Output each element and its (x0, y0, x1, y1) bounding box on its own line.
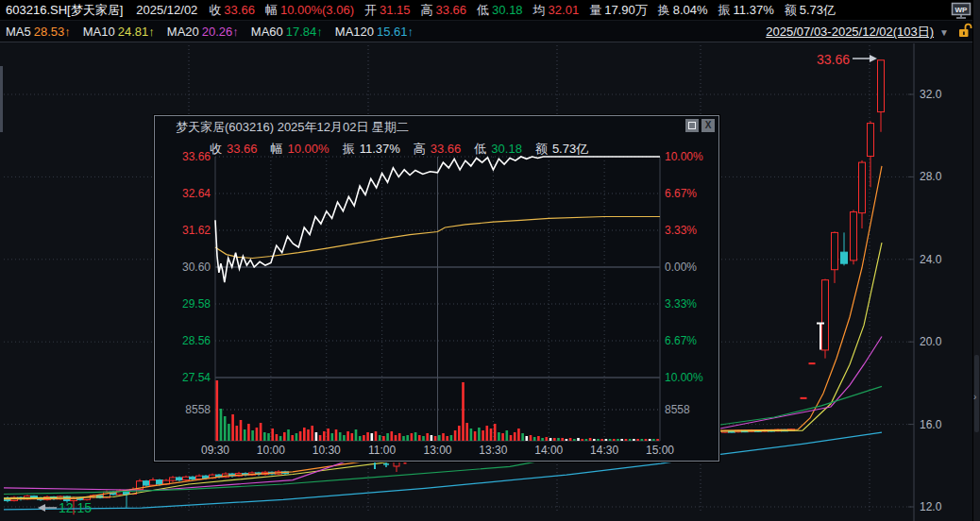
quote-stat-label: 开 (364, 3, 377, 17)
quote-stat-value: 5.73亿 (800, 3, 836, 17)
popup-stat: 低30.18 (474, 141, 522, 158)
intraday-chart[interactable]: 33.6632.6431.6230.6029.5828.5627.5485581… (155, 116, 718, 461)
popup-titlebar[interactable]: 梦天家居(603216) 2025年12月02日 星期二 X (155, 116, 718, 136)
ma-value: 17.84↑ (286, 25, 323, 39)
quote-stat-value: 32.01 (549, 3, 580, 17)
intraday-right-axis: 10.00%6.67%3.33%0.00%3.33%6.67%10.00%855… (665, 150, 703, 416)
svg-text:28.0: 28.0 (920, 170, 942, 183)
ma-label: MA10 (83, 25, 115, 39)
popup-stat: 额5.73亿 (535, 141, 588, 158)
popup-stat-label: 低 (474, 142, 486, 156)
svg-text:6.67%: 6.67% (665, 334, 697, 347)
svg-text:31.62: 31.62 (182, 224, 211, 237)
popup-stat-label: 收 (210, 142, 222, 156)
svg-text:12.0: 12.0 (920, 500, 942, 513)
stock-code-name: 603216.SH[梦天家居] (6, 2, 123, 19)
quote-stat-label: 振 (718, 3, 731, 17)
svg-text:10:00: 10:00 (257, 444, 285, 457)
svg-text:6.67%: 6.67% (665, 187, 697, 200)
svg-text:09:30: 09:30 (201, 444, 229, 457)
popup-stat-value: 10.00% (288, 142, 329, 156)
chevron-down-icon[interactable]: ▼ (939, 27, 949, 38)
svg-text:33.66: 33.66 (817, 52, 850, 67)
quote-stat: 换8.04% (658, 2, 708, 19)
popup-stat-value: 33.66 (227, 142, 258, 156)
quote-stat-value: 33.66 (224, 3, 255, 17)
svg-text:13:00: 13:00 (423, 444, 451, 457)
intraday-left-axis: 33.6632.6431.6230.6029.5828.5627.548558 (182, 150, 211, 416)
popup-stat: 振11.37% (343, 141, 400, 158)
popup-stat: 高33.66 (414, 141, 462, 158)
quote-stat: 幅10.00%(3.06) (265, 2, 354, 19)
quote-stats: 收33.66幅10.00%(3.06)开31.15高33.66低30.18均32… (209, 2, 846, 19)
quote-stat-value: 11.37% (734, 3, 774, 17)
ma-label: MA5 (6, 25, 31, 39)
wp-icon-text: WP (955, 6, 969, 14)
date-range-selector[interactable]: 2025/07/03-2025/12/02(103日) ▼ (766, 23, 972, 42)
intraday-grid (215, 157, 660, 441)
popup-window-buttons: X (685, 119, 715, 132)
quote-stat-value: 17.90万 (604, 3, 648, 17)
ma-value: 28.53↑ (34, 25, 71, 39)
quote-stat-value: 33.66 (436, 3, 467, 17)
quote-stat-value: 30.18 (492, 3, 523, 17)
unlock-icon-svg (956, 23, 972, 39)
quote-stat: 量17.90万 (589, 2, 648, 19)
expand-panel-chevron-icon[interactable]: › (973, 393, 976, 402)
quote-stat-label: 量 (589, 3, 601, 17)
intraday-popup-window: 33.6632.6431.6230.6029.5828.5627.5485581… (154, 115, 719, 462)
low-price-tag: 12.15 (38, 500, 92, 515)
svg-text:27.54: 27.54 (182, 371, 211, 384)
quote-stat-label: 高 (421, 3, 433, 17)
ma-item: MA1024.81↑ (83, 25, 155, 39)
svg-text:24.0: 24.0 (920, 253, 942, 266)
intraday-time-axis: 09:3010:0010:3011:0013:0013:3014:0014:30… (201, 444, 674, 457)
svg-text:14:30: 14:30 (590, 444, 618, 457)
popup-stat-value: 5.73亿 (552, 142, 588, 156)
quote-stat: 高33.66 (421, 2, 467, 19)
ma-value: 20.26↑ (202, 25, 239, 39)
quote-stat-value: 8.04% (673, 3, 708, 17)
svg-text:10.00%: 10.00% (665, 150, 703, 163)
date-range-label[interactable]: 2025/07/03-2025/12/02(103日) (766, 24, 934, 41)
popup-quote-stats: 收33.66幅10.00%振11.37%高33.66低30.18额5.73亿 (210, 141, 601, 158)
ma-item: MA2020.26↑ (167, 25, 239, 39)
high-price-tag: 33.66 (817, 52, 877, 67)
svg-text:32.64: 32.64 (182, 187, 211, 200)
maximize-icon (688, 122, 696, 129)
ma-label: MA120 (335, 25, 374, 39)
quote-stat-label: 额 (785, 3, 797, 17)
quote-stat: 收33.66 (209, 2, 255, 19)
maximize-button[interactable] (685, 119, 699, 132)
right-side-rail: › (972, 0, 980, 521)
quote-date: 2025/12/02 (136, 3, 197, 17)
svg-text:33.66: 33.66 (182, 150, 211, 163)
close-button[interactable]: X (701, 119, 715, 132)
popup-stat: 幅10.00% (271, 141, 329, 158)
svg-text:13:30: 13:30 (479, 444, 507, 457)
unlock-icon[interactable] (956, 23, 972, 42)
svg-text:10.00%: 10.00% (665, 371, 703, 384)
quote-stat-label: 收 (209, 3, 221, 17)
svg-text:16.0: 16.0 (920, 418, 942, 431)
svg-text:3.33%: 3.33% (665, 224, 697, 237)
ma-item: MA528.53↑ (6, 25, 71, 39)
quote-stat-value: 10.00%(3.06) (280, 3, 354, 17)
ma-label: MA60 (251, 25, 283, 39)
svg-text:28.56: 28.56 (182, 334, 211, 347)
daily-y-axis-labels: 32.028.024.020.016.012.0 (920, 88, 942, 513)
svg-text:3.33%: 3.33% (665, 297, 697, 311)
ma-value: 15.61↑ (377, 25, 414, 39)
quote-stat-label: 换 (658, 3, 670, 17)
quote-stat: 额5.73亿 (785, 2, 836, 19)
svg-text:8558: 8558 (665, 403, 690, 416)
popup-stat: 收33.66 (210, 141, 258, 158)
ma-item: MA12015.61↑ (335, 25, 414, 39)
wp-monitor-icon[interactable]: WP (951, 2, 972, 22)
svg-text:8558: 8558 (185, 403, 211, 416)
svg-text:32.0: 32.0 (920, 88, 942, 101)
svg-text:0.00%: 0.00% (665, 260, 697, 274)
popup-stat-label: 高 (414, 142, 426, 156)
quote-stat-value: 31.15 (380, 3, 411, 17)
quote-stat-label: 幅 (265, 3, 278, 17)
